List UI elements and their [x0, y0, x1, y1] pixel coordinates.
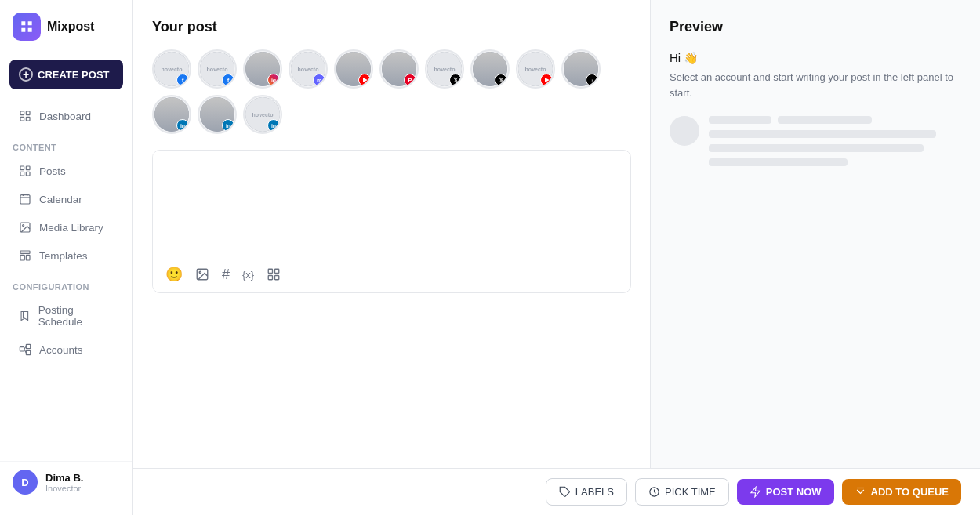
svg-rect-1	[26, 111, 30, 115]
svg-rect-6	[20, 172, 24, 176]
image-button[interactable]	[194, 266, 211, 283]
create-post-button[interactable]: + CREATE POST	[9, 60, 123, 89]
sidebar-item-accounts-label: Accounts	[39, 344, 83, 356]
clock-icon	[648, 486, 660, 498]
variable-button[interactable]: {x}	[241, 267, 256, 282]
sidebar-item-templates-label: Templates	[39, 250, 88, 262]
social-badge-fb-1: f	[176, 74, 189, 86]
sidebar-item-media-library[interactable]: Media Library	[6, 214, 126, 241]
sidebar-item-media-label: Media Library	[39, 222, 103, 234]
account-avatar-5[interactable]: ▶	[334, 49, 373, 89]
account-avatar-12[interactable]: in	[198, 95, 237, 134]
preview-skeleton	[670, 116, 961, 166]
svg-rect-0	[20, 111, 24, 115]
svg-rect-8	[20, 195, 30, 204]
account-avatar-11[interactable]: in	[152, 95, 191, 134]
label-icon	[559, 486, 571, 498]
user-company: Inovector	[45, 484, 83, 493]
account-avatar-1[interactable]: hovecto f	[152, 49, 191, 89]
grid-button[interactable]	[265, 266, 282, 283]
account-avatar-8[interactable]: 𝕏	[470, 49, 510, 89]
labels-button-label: LABELS	[575, 486, 614, 498]
your-post-panel: Your post hovecto f hovecto f	[133, 0, 651, 468]
social-badge-twitter-2: 𝕏	[495, 74, 507, 86]
social-badge-linkedin-1: in	[176, 119, 189, 132]
user-avatar-initial: D	[21, 477, 28, 488]
hashtag-button[interactable]: #	[220, 265, 231, 285]
svg-rect-27	[275, 269, 279, 273]
svg-rect-16	[26, 255, 30, 260]
create-post-plus-icon: +	[19, 67, 33, 82]
social-badge-pinterest: P	[404, 74, 416, 86]
social-badge-ig: ig	[267, 74, 280, 86]
sidebar-item-dashboard[interactable]: Dashboard	[6, 103, 126, 129]
account-avatar-7[interactable]: hovecto 𝕏	[425, 49, 464, 89]
account-avatar-2[interactable]: hovecto f	[198, 49, 237, 89]
emoji-button[interactable]: 🙂	[164, 264, 184, 285]
svg-rect-29	[275, 276, 279, 280]
pick-time-button[interactable]: PICK TIME	[635, 478, 729, 506]
bottom-bar: LABELS PICK TIME POST NOW ADD TO QUEUE	[133, 468, 980, 515]
post-textarea[interactable]	[153, 151, 630, 252]
skeleton-line-2	[778, 116, 872, 124]
send-icon	[750, 486, 761, 498]
sidebar-item-posts[interactable]: Posts	[6, 158, 126, 184]
svg-marker-17	[21, 311, 28, 320]
svg-rect-15	[20, 255, 24, 260]
svg-rect-2	[20, 117, 24, 121]
main-content: Your post hovecto f hovecto f	[133, 0, 980, 515]
account-avatar-13[interactable]: hovecto in	[243, 95, 282, 134]
social-badge-mastodon-1: m	[313, 74, 325, 86]
account-avatar-4[interactable]: hovecto m	[289, 49, 328, 89]
account-avatar-3[interactable]: ig	[243, 49, 282, 89]
preview-title: Preview	[670, 19, 961, 35]
sidebar-item-calendar-label: Calendar	[39, 194, 82, 205]
svg-point-25	[199, 271, 201, 273]
schedule-icon	[19, 310, 31, 322]
svg-rect-5	[26, 166, 30, 170]
svg-marker-32	[751, 487, 760, 497]
labels-button[interactable]: LABELS	[546, 478, 627, 506]
pick-time-button-label: PICK TIME	[665, 486, 716, 498]
svg-rect-28	[268, 276, 272, 280]
svg-rect-26	[268, 269, 272, 273]
skeleton-line-3	[709, 130, 936, 138]
svg-rect-21	[26, 350, 30, 354]
account-avatar-6[interactable]: P	[379, 49, 419, 89]
dashboard-icon	[19, 110, 31, 122]
add-to-queue-button-label: ADD TO QUEUE	[871, 486, 949, 498]
editor-toolbar: 🙂 # {x}	[153, 256, 630, 292]
preview-panel: Preview Hi 👋 Select an account and start…	[651, 0, 980, 468]
post-now-button[interactable]: POST NOW	[737, 479, 834, 505]
posts-icon	[19, 165, 31, 177]
media-icon	[19, 221, 31, 234]
skeleton-line-1	[709, 116, 771, 124]
post-panel-title: Your post	[152, 19, 631, 35]
sidebar-item-accounts[interactable]: Accounts	[6, 336, 126, 363]
svg-rect-19	[20, 347, 24, 351]
calendar-icon	[19, 193, 31, 205]
svg-rect-20	[26, 344, 30, 348]
social-badge-twitter-1: 𝕏	[449, 74, 462, 86]
sidebar-item-posting-schedule[interactable]: Posting Schedule	[6, 297, 126, 335]
skeleton-line-5	[709, 158, 848, 166]
svg-rect-3	[26, 117, 30, 121]
account-avatar-10[interactable]: ♪	[561, 49, 601, 89]
account-avatars-list: hovecto f hovecto f ig	[152, 49, 631, 134]
content-section-label: Content	[0, 130, 132, 157]
social-badge-linkedin-2: in	[222, 119, 234, 132]
account-avatar-9[interactable]: hovecto ▶	[516, 49, 555, 89]
user-profile: D Dima B. Inovector	[0, 461, 132, 502]
skeleton-lines	[709, 116, 961, 166]
sidebar-item-templates[interactable]: Templates	[6, 242, 126, 269]
logo-icon	[13, 13, 41, 41]
post-preview-area: Your post hovecto f hovecto f	[133, 0, 980, 468]
sidebar-item-calendar[interactable]: Calendar	[6, 186, 126, 212]
post-now-button-label: POST NOW	[766, 486, 822, 498]
preview-greeting: Hi 👋	[670, 51, 961, 65]
post-editor: 🙂 # {x}	[152, 150, 631, 293]
skeleton-line-4	[709, 144, 924, 152]
app-name: Mixpost	[47, 20, 94, 34]
svg-point-13	[23, 225, 24, 227]
add-to-queue-button[interactable]: ADD TO QUEUE	[842, 479, 961, 505]
